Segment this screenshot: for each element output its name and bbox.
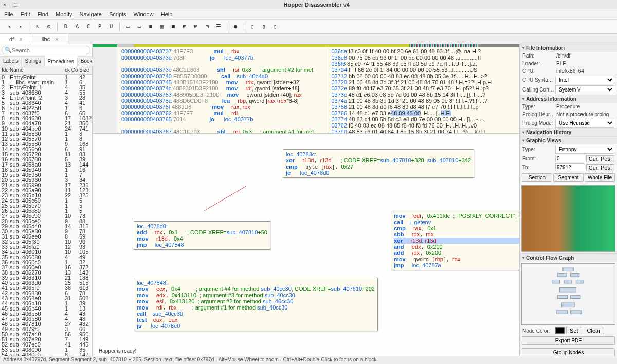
procedure-row[interactable]: 37sub_4060e016372 <box>0 265 92 270</box>
procedures-table[interactable]: Ide ^Nameck CotSize0EntryPoint1421__libc… <box>0 66 92 356</box>
sidebar-tabs[interactable]: LabelsStringsProceduresBookmarks <box>0 56 92 66</box>
menubar[interactable]: FileEditFindModifyNavigateScriptsWindowH… <box>0 9 617 20</box>
toolbar-button[interactable]: A <box>72 22 82 32</box>
procedure-row[interactable]: 19sub_40595017 <box>0 172 92 177</box>
procedure-row[interactable]: 49sub_4079f0366 <box>0 326 92 332</box>
procedure-row[interactable]: 10sub_404be024741 <box>0 126 92 131</box>
cfg-node[interactable]: mov edi, 0x411fdc ; "POSIXLY_CORRECT", a… <box>391 211 519 270</box>
toolbar-button[interactable]: U <box>106 22 116 32</box>
toolbar-button[interactable]: P <box>95 22 105 32</box>
graphic-type-select[interactable]: Entropy <box>555 145 614 154</box>
cfg-node[interactable]: loc_4078d0: add rbx, 0x1 ; CODE XREF=sub… <box>134 221 270 250</box>
toolbar-button[interactable]: ▸ <box>15 22 26 32</box>
procedure-row[interactable]: 28sub_405ce0988 <box>0 219 92 224</box>
procedure-row[interactable]: 48sub_40781027432 <box>0 321 92 326</box>
toolbar-button[interactable]: D <box>61 22 71 32</box>
tab-libc[interactable]: libc× <box>32 34 68 44</box>
toolbar-button[interactable]: ≡ <box>168 22 178 32</box>
cfg-action-button[interactable]: Group Nodes <box>522 348 615 356</box>
procedure-row[interactable]: 8sub_404630171082 <box>0 116 92 121</box>
procedure-row[interactable]: 0EntryPoint142 <box>0 75 92 80</box>
procedure-row[interactable]: 45sub_406b40113 <box>0 306 92 311</box>
procedure-row[interactable]: 16sub_405780539 <box>0 157 92 162</box>
procedure-row[interactable]: 54sub_4080c08147 <box>0 352 92 356</box>
procedure-row[interactable]: 5sub_403640441 <box>0 100 92 105</box>
procedure-row[interactable]: 35sub_406080449 <box>0 254 92 260</box>
curpos-button[interactable]: Cur. Pos. <box>586 164 614 171</box>
cpu-syntax-select[interactable]: Intel <box>555 76 614 84</box>
toolbar-button[interactable]: ▦ <box>157 22 167 32</box>
procedure-row[interactable]: 13sub_4055809168 <box>0 141 92 147</box>
menu-file[interactable]: File <box>4 11 13 17</box>
procedure-row[interactable]: 26sub_405c8015 <box>0 208 92 213</box>
toolbar-button[interactable]: ▯ <box>259 22 269 32</box>
procedure-row[interactable]: 38sub_40627013143 <box>0 270 92 275</box>
procedure-row[interactable]: 30sub_405e80978 <box>0 229 92 234</box>
minimize-icon[interactable]: − <box>8 2 11 8</box>
procedure-row[interactable]: 39sub_40631021188 <box>0 275 92 280</box>
menu-navigate[interactable]: Navigate <box>80 11 102 17</box>
procedure-row[interactable]: 6sub_40225016 <box>0 105 92 111</box>
cfg-action-button[interactable]: Export PDF <box>522 336 615 345</box>
cfg-node[interactable]: loc_407848: mov ecx, 0x4 ; argument #4 f… <box>134 278 378 331</box>
close-tab-icon[interactable]: × <box>55 36 58 42</box>
menu-modify[interactable]: Modify <box>56 11 72 17</box>
cfg-node[interactable]: loc_40783c: xor r13d, r13d ; CODE XREF=s… <box>283 149 474 178</box>
procedure-row[interactable]: 47sub_406b80448 <box>0 316 92 321</box>
menu-help[interactable]: Help <box>161 11 173 17</box>
procedure-row[interactable]: 17sub_4058a013144 <box>0 162 92 167</box>
tab-df[interactable]: df× <box>0 34 32 44</box>
procedure-row[interactable]: 29sub_405d4014315 <box>0 224 92 229</box>
procedure-row[interactable]: 14sub_4056b0691 <box>0 147 92 152</box>
search-box[interactable]: 🔍 <box>2 46 90 54</box>
prolog-mode-select[interactable]: Use Heuristic <box>555 119 614 128</box>
procedure-row[interactable]: 12sub_40557018 <box>0 136 92 141</box>
procedure-row[interactable]: 7sub_4037f0665 <box>0 111 92 116</box>
procedure-row[interactable]: 9sub_404a7021350 <box>0 121 92 126</box>
menu-find[interactable]: Find <box>38 11 48 17</box>
procedure-row[interactable]: 44sub_406b10139 <box>0 301 92 306</box>
column-header[interactable]: Size <box>78 66 92 75</box>
procedure-row[interactable]: 53sub_408090135 <box>0 347 92 352</box>
procedure-row[interactable]: 1__libc_start_main16 <box>0 80 92 85</box>
clear-button[interactable]: Clear <box>584 327 604 334</box>
hex-dump[interactable]: 036da f3 c3 0f 1f 40 00 bf 20 6e 61 00 4… <box>328 47 519 133</box>
procedure-row[interactable]: 11sub_40556018 <box>0 131 92 136</box>
toolbar-button[interactable]: ☰ <box>213 22 224 32</box>
procedure-row[interactable]: 46sub_406b50443 <box>0 311 92 316</box>
from-input[interactable] <box>555 155 585 162</box>
close-tab-icon[interactable]: × <box>19 36 22 42</box>
cfg-canvas[interactable]: loc_40783c: xor r13d, r13d ; CODE XREF=s… <box>93 134 519 356</box>
procedure-row[interactable]: 50sub_407a4056950 <box>0 332 92 337</box>
asm-listing[interactable]: 0000000000403737 48F7E3 mul rbx 00000000… <box>118 47 328 133</box>
toolbar-button[interactable]: ↻ <box>32 22 43 32</box>
procedure-row[interactable]: 43sub_4068e031508 <box>0 296 92 301</box>
toolbar[interactable]: ◂▸↻⊘DACPU▭▭≡▦≡⊞⊞⊡☰●▯▯▯ <box>0 20 617 34</box>
sidebar-tab-strings[interactable]: Strings <box>22 56 44 66</box>
procedure-row[interactable]: 21sub_40599017236 <box>0 183 92 188</box>
procedure-row[interactable]: 34sub_40601010105 <box>0 249 92 254</box>
procedure-row[interactable]: 4EntryPoint_2328 <box>0 95 92 100</box>
toolbar-button[interactable]: ⊡ <box>202 22 212 32</box>
menu-edit[interactable]: Edit <box>21 11 30 17</box>
view-scope-button[interactable]: Segment <box>553 173 584 182</box>
view-scope-button[interactable]: Whole File <box>585 173 615 182</box>
document-tabs[interactable]: df×libc× <box>0 34 617 44</box>
column-header[interactable]: Name <box>8 66 63 75</box>
procedure-row[interactable]: 36sub_4060c0132 <box>0 260 92 265</box>
procedure-row[interactable]: 24sub_405c6015 <box>0 198 92 203</box>
procedure-row[interactable]: 3sub_403680455 <box>0 90 92 95</box>
color-swatch[interactable] <box>555 327 565 334</box>
cfg-minimap[interactable] <box>521 263 615 325</box>
procedure-row[interactable]: 22sub_405a9011123 <box>0 188 92 193</box>
toolbar-button[interactable]: C <box>83 22 94 32</box>
toolbar-button[interactable]: ▭ <box>134 22 144 32</box>
toolbar-button[interactable]: ▯ <box>247 22 258 32</box>
toolbar-button[interactable]: ⊞ <box>191 22 201 32</box>
toolbar-button[interactable]: ▯ <box>270 22 280 32</box>
toolbar-button[interactable]: ◂ <box>4 22 14 32</box>
toolbar-button[interactable]: ≡ <box>146 22 156 32</box>
sidebar-tab-procedures[interactable]: Procedures <box>45 57 78 66</box>
search-input[interactable] <box>12 47 87 53</box>
column-header[interactable]: ck Cot <box>63 66 78 75</box>
